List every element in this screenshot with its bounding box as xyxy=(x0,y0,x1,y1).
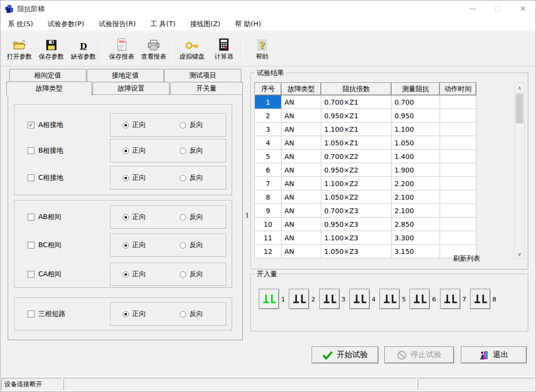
toolbar-open-folder-button[interactable]: 打开参数 xyxy=(3,34,35,64)
result-cell[interactable]: 1.050 xyxy=(392,136,440,150)
table-row[interactable]: 7AN1.100×Z22.200 xyxy=(255,177,476,190)
radio-selected-icon[interactable] xyxy=(123,311,129,317)
checkbox-B相接地[interactable]: B相接地 xyxy=(28,146,110,155)
result-cell[interactable]: 1.100×Z1 xyxy=(321,123,392,136)
result-cell[interactable]: 1.050×Z1 xyxy=(321,136,392,150)
checkbox-A相接地[interactable]: ✓A相接地 xyxy=(28,121,110,129)
result-cell[interactable]: 0.700×Z1 xyxy=(321,95,392,109)
toolbar-default-d-button[interactable]: D缺省参数 xyxy=(67,34,99,64)
table-row[interactable]: 9AN0.700×Z32.100 xyxy=(255,204,476,218)
result-cell[interactable] xyxy=(440,123,476,136)
toolbar-calculator-button[interactable]: 计算器 xyxy=(208,34,240,64)
toolbar-excel-report-button[interactable]: EXL保存报表 xyxy=(106,34,138,64)
radio-reverse[interactable]: 反向 xyxy=(180,310,203,318)
switch-contact-button-5[interactable] xyxy=(379,289,400,309)
checked-checkbox-icon[interactable]: ✓ xyxy=(28,122,34,128)
radio-forward[interactable]: 正向 xyxy=(123,270,146,279)
switch-contact-button-8[interactable] xyxy=(470,289,490,309)
menu-item-6[interactable]: 帮 助(H) xyxy=(228,17,268,31)
unchecked-checkbox-icon[interactable] xyxy=(28,214,34,220)
unchecked-checkbox-icon[interactable] xyxy=(28,147,34,154)
toolbar-help-button[interactable]: ?帮助 xyxy=(246,34,278,64)
row-number-cell[interactable]: 3 xyxy=(255,123,282,136)
result-cell[interactable] xyxy=(440,177,476,190)
maximize-button[interactable] xyxy=(485,0,510,17)
tab-相间定值[interactable]: 相间定值 xyxy=(9,69,86,82)
radio-unselected-icon[interactable] xyxy=(180,271,186,278)
switch-contact-button-4[interactable] xyxy=(349,289,370,309)
checkbox-C相接地[interactable]: C相接地 xyxy=(28,173,110,182)
refresh-list-link[interactable]: 刷新列表 xyxy=(453,254,480,263)
row-number-cell[interactable]: 10 xyxy=(255,218,282,231)
radio-selected-icon[interactable] xyxy=(123,242,129,249)
result-cell[interactable]: 0.950×Z3 xyxy=(321,218,392,231)
results-column-header[interactable]: 测量阻抗 xyxy=(392,83,440,95)
radio-selected-icon[interactable] xyxy=(123,148,129,154)
result-cell[interactable]: 2.100 xyxy=(392,204,440,218)
radio-selected-icon[interactable] xyxy=(123,122,129,128)
results-column-header[interactable]: 阻抗倍数 xyxy=(321,83,392,95)
radio-reverse[interactable]: 反向 xyxy=(180,270,203,279)
menu-item-2[interactable]: 试验参数(P) xyxy=(40,17,91,31)
result-cell[interactable]: 2.100 xyxy=(392,190,440,204)
table-row[interactable]: 5AN0.700×Z21.400 xyxy=(255,150,476,163)
result-cell[interactable] xyxy=(440,190,476,204)
radio-reverse[interactable]: 反向 xyxy=(180,241,203,250)
checkbox-BC相间[interactable]: BC相间 xyxy=(28,241,110,250)
result-cell[interactable]: AN xyxy=(282,109,321,123)
table-row[interactable]: 6AN0.950×Z21.900 xyxy=(255,163,476,177)
table-row[interactable]: 10AN0.950×Z32.850 xyxy=(255,218,476,231)
result-cell[interactable] xyxy=(440,231,476,245)
scroll-up-icon[interactable]: ∧ xyxy=(515,83,524,93)
result-cell[interactable]: 1.900 xyxy=(392,163,440,177)
row-number-cell[interactable]: 9 xyxy=(255,204,282,218)
toolbar-printer-button[interactable]: 查看报表 xyxy=(138,34,170,64)
toolbar-key-button[interactable]: 虚拟键盘 xyxy=(176,34,208,64)
unchecked-checkbox-icon[interactable] xyxy=(28,174,34,181)
radio-reverse[interactable]: 反向 xyxy=(180,173,203,182)
result-cell[interactable]: 1.100×Z3 xyxy=(321,231,392,245)
scroll-down-icon[interactable]: ∨ xyxy=(515,249,524,259)
table-row[interactable]: 1AN0.700×Z10.700 xyxy=(255,95,476,109)
row-number-cell[interactable]: 7 xyxy=(255,177,282,190)
result-cell[interactable]: AN xyxy=(282,123,321,136)
table-row[interactable]: 3AN1.100×Z11.100 xyxy=(255,123,476,136)
result-cell[interactable]: AN xyxy=(282,150,321,163)
row-number-cell[interactable]: 6 xyxy=(255,163,282,177)
result-cell[interactable]: 2.200 xyxy=(392,177,440,190)
result-cell[interactable]: AN xyxy=(282,177,321,190)
row-number-cell[interactable]: 4 xyxy=(255,136,282,150)
result-cell[interactable] xyxy=(440,95,476,109)
result-cell[interactable]: 1.100×Z2 xyxy=(321,177,392,190)
result-cell[interactable] xyxy=(440,136,476,150)
results-scrollbar[interactable]: ∧ ∨ xyxy=(514,82,525,259)
switch-contact-button-6[interactable] xyxy=(410,289,430,309)
switch-contact-button-1[interactable] xyxy=(259,289,279,309)
table-row[interactable]: 12AN1.050×Z33.150 xyxy=(255,245,476,258)
table-row[interactable]: 4AN1.050×Z11.050 xyxy=(255,136,476,150)
tab-测试项目[interactable]: 测试项目 xyxy=(164,69,241,82)
radio-forward[interactable]: 正向 xyxy=(123,173,146,182)
result-cell[interactable] xyxy=(440,163,476,177)
radio-reverse[interactable]: 反向 xyxy=(180,146,203,155)
checkbox-三相短路[interactable]: 三相短路 xyxy=(28,310,110,318)
switch-contact-button-2[interactable] xyxy=(289,289,309,309)
radio-forward[interactable]: 正向 xyxy=(123,241,146,250)
result-cell[interactable]: 0.700×Z2 xyxy=(321,150,392,163)
radio-selected-icon[interactable] xyxy=(123,214,129,220)
row-number-cell[interactable]: 1 xyxy=(255,95,282,109)
result-cell[interactable]: AN xyxy=(282,163,321,177)
tab-故障设置[interactable]: 故障设置 xyxy=(93,82,170,95)
radio-unselected-icon[interactable] xyxy=(180,175,186,181)
tab-接地定值[interactable]: 接地定值 xyxy=(87,69,164,82)
unchecked-checkbox-icon[interactable] xyxy=(28,311,34,317)
radio-unselected-icon[interactable] xyxy=(180,122,186,128)
radio-forward[interactable]: 正向 xyxy=(123,146,146,155)
result-cell[interactable] xyxy=(440,150,476,163)
results-table[interactable]: 序号故障类型阻抗倍数测量阻抗动作时间1AN0.700×Z10.7002AN0.9… xyxy=(254,82,476,258)
results-column-header[interactable]: 故障类型 xyxy=(282,83,321,95)
result-cell[interactable]: 0.950×Z1 xyxy=(321,109,392,123)
result-cell[interactable]: AN xyxy=(282,95,321,109)
results-column-header[interactable]: 序号 xyxy=(255,83,282,95)
menu-item-5[interactable]: 接线图(Z) xyxy=(183,17,228,31)
